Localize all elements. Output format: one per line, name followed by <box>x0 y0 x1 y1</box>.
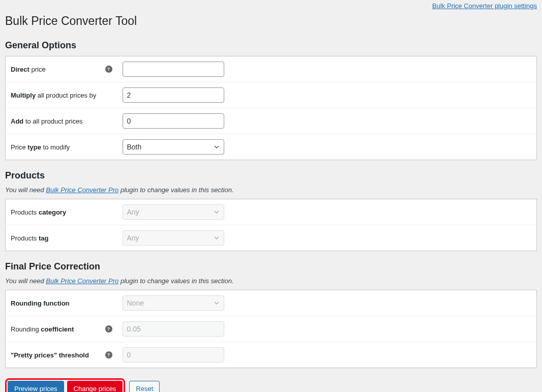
label-products-tag: Products tag <box>6 225 117 251</box>
row-multiply: Multiply all product prices by <box>6 82 537 108</box>
add-input[interactable] <box>123 113 224 129</box>
change-prices-button[interactable]: Change prices <box>67 381 123 392</box>
section-heading-products: Products <box>5 170 537 181</box>
rounding-coefficient-input <box>123 321 224 337</box>
label-pretty-threshold: "Pretty prices" threshold ? <box>6 342 117 368</box>
price-type-select[interactable]: Both <box>123 139 224 155</box>
chevron-down-icon <box>214 300 220 306</box>
label-multiply: Multiply all product prices by <box>6 82 117 108</box>
reset-button[interactable]: Reset <box>129 381 160 392</box>
pro-link[interactable]: Bulk Price Converter Pro <box>46 277 118 285</box>
preview-prices-button[interactable]: Preview prices <box>8 381 64 392</box>
row-direct-price: Direct price ? <box>6 56 537 82</box>
label-price-type: Price type to modify <box>6 134 117 160</box>
rounding-function-value: None <box>127 299 144 307</box>
row-add: Add to all product prices <box>6 108 537 134</box>
page-title: Bulk Price Converter Tool <box>5 10 537 30</box>
final-pro-note: You will need Bulk Price Converter Pro p… <box>5 277 537 285</box>
row-products-tag: Products tag Any <box>6 225 537 251</box>
rounding-function-select: None <box>123 295 224 311</box>
row-rounding-function: Rounding function None <box>6 290 537 316</box>
direct-price-input[interactable] <box>123 62 224 77</box>
products-table: Products category Any Products tag Any <box>5 199 537 251</box>
chevron-down-icon <box>214 144 220 150</box>
chevron-down-icon <box>214 235 220 241</box>
help-icon[interactable]: ? <box>105 66 112 73</box>
row-price-type: Price type to modify Both <box>6 134 537 160</box>
products-pro-note: You will need Bulk Price Converter Pro p… <box>5 186 537 194</box>
section-heading-final: Final Price Correction <box>5 261 537 272</box>
label-rounding-function: Rounding function <box>6 290 117 316</box>
row-pretty-threshold: "Pretty prices" threshold ? <box>6 342 537 368</box>
products-category-select: Any <box>123 204 224 220</box>
plugin-settings-link[interactable]: Bulk Price Converter plugin settings <box>432 2 537 10</box>
row-rounding-coefficient: Rounding coefficient ? <box>6 316 537 342</box>
products-category-value: Any <box>127 208 139 216</box>
help-icon[interactable]: ? <box>105 351 112 358</box>
price-type-value: Both <box>127 143 142 151</box>
top-link-row: Bulk Price Converter plugin settings <box>5 0 537 10</box>
products-tag-value: Any <box>127 234 139 242</box>
label-add: Add to all product prices <box>6 108 117 134</box>
final-correction-table: Rounding function None Rounding coeffici… <box>5 290 537 368</box>
label-rounding-coefficient: Rounding coefficient ? <box>6 316 117 342</box>
section-heading-general: General Options <box>5 40 537 51</box>
action-row: Preview prices Change prices Reset <box>5 378 537 392</box>
multiply-input[interactable] <box>123 87 224 103</box>
general-options-table: Direct price ? Multiply all product pric… <box>5 56 537 160</box>
label-direct-price: Direct price ? <box>6 56 117 82</box>
chevron-down-icon <box>214 209 220 215</box>
highlighted-actions: Preview prices Change prices <box>5 378 125 392</box>
row-products-category: Products category Any <box>6 199 537 225</box>
pro-link[interactable]: Bulk Price Converter Pro <box>46 186 118 194</box>
label-products-category: Products category <box>6 199 117 225</box>
pretty-threshold-input <box>123 347 224 363</box>
products-tag-select: Any <box>123 230 224 246</box>
help-icon[interactable]: ? <box>105 325 112 333</box>
